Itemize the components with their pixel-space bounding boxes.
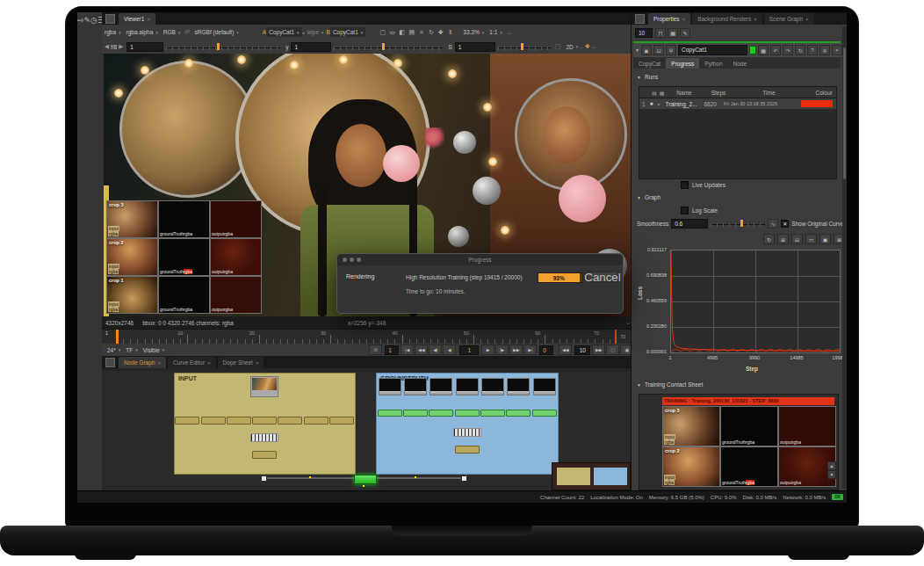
close-icon[interactable]: ×: [754, 17, 757, 22]
zoom-in-icon[interactable]: ⊞: [777, 234, 789, 244]
wipe-mode-icon[interactable]: ◧: [397, 28, 407, 37]
grade-node-groundtruth-1[interactable]: [378, 410, 402, 417]
refresh-graph-icon[interactable]: ↻: [763, 234, 775, 244]
gain-slider[interactable]: [166, 42, 280, 52]
runs-col-time[interactable]: Time: [762, 90, 775, 96]
cancel-button[interactable]: Cancel: [587, 272, 618, 282]
panel-scrollbar[interactable]: [842, 26, 847, 489]
sort-runs-icon[interactable]: ▤: [652, 90, 657, 96]
crop-node-input-4[interactable]: [252, 417, 277, 424]
tab-background-renders[interactable]: Background Renders ×: [692, 13, 762, 25]
node-color-swatch[interactable]: [749, 46, 756, 54]
time-node-icon[interactable]: ◷: [90, 16, 97, 25]
node-graph-canvas[interactable]: INPUT GROUNDTRUTH: [102, 371, 631, 490]
frame-inc-button[interactable]: ▶▶: [592, 345, 605, 355]
read-node[interactable]: [250, 376, 278, 397]
gamma-slider[interactable]: [334, 42, 443, 52]
center-node-icon[interactable]: ◉: [641, 45, 652, 55]
tab-viewer1[interactable]: Viewer1 ×: [119, 13, 155, 25]
dot-node-left[interactable]: [261, 475, 267, 482]
grade-node-groundtruth-5[interactable]: [480, 410, 505, 417]
close-icon[interactable]: ×: [147, 17, 150, 22]
crop-node-input-3[interactable]: [227, 417, 251, 424]
in-point-field[interactable]: 1: [385, 345, 399, 355]
range-end-marker[interactable]: [615, 330, 617, 345]
grade-node-groundtruth-7[interactable]: [532, 410, 557, 417]
refresh-icon[interactable]: ↻: [426, 28, 436, 37]
wipe-select[interactable]: wipe: [305, 27, 327, 37]
minus-icon[interactable]: -: [581, 44, 582, 50]
stack-mode-icon[interactable]: ≡: [416, 28, 426, 37]
redo-icon[interactable]: ↷: [783, 45, 793, 55]
prev-keyframe-button[interactable]: ◀◀: [415, 345, 428, 355]
pane-menu-icon[interactable]: [635, 14, 645, 24]
crop-node-input-2[interactable]: [201, 417, 226, 424]
pause-icon[interactable]: ‖: [445, 28, 455, 37]
tab-copycat[interactable]: CopyCat: [633, 58, 666, 69]
crop-node-input-6[interactable]: [304, 417, 328, 424]
read-node-groundtruth-6[interactable]: [507, 378, 530, 395]
frame-y-icon[interactable]: ▣: [819, 234, 831, 244]
playhead[interactable]: [116, 330, 119, 345]
delete-run-icon[interactable]: ✖: [650, 101, 653, 106]
tf-select[interactable]: TF: [123, 345, 140, 355]
read-node-groundtruth-7[interactable]: [533, 378, 556, 395]
display-style2-icon[interactable]: ▭: [387, 28, 397, 37]
close-panel-icon[interactable]: ×: [832, 45, 842, 55]
expand-panel-icon[interactable]: ▦: [668, 28, 678, 38]
runs-col-steps[interactable]: Steps: [711, 90, 726, 96]
draw-node-icon[interactable]: ✎: [84, 16, 91, 25]
playback-mode-button[interactable]: ⟳: [369, 345, 382, 355]
scrollbar-handle[interactable]: [843, 47, 846, 179]
close-icon[interactable]: ×: [805, 17, 809, 22]
live-updates-checkbox[interactable]: [681, 181, 689, 189]
tab-scene-graph[interactable]: Scene Graph ×: [764, 13, 814, 25]
show-original-checkbox[interactable]: ✕: [781, 220, 789, 228]
run-colour-swatch[interactable]: [801, 100, 833, 107]
zoom-out-icon[interactable]: ⊟: [791, 234, 803, 244]
layer-select[interactable]: rgba: [102, 27, 124, 37]
dialog-titlebar[interactable]: Progress: [337, 254, 623, 265]
disable-icon[interactable]: ⊘: [819, 45, 830, 55]
grade-node-groundtruth-6[interactable]: [506, 410, 531, 417]
tab-node[interactable]: Node: [728, 58, 753, 69]
lock-panels-icon[interactable]: ⊓: [655, 28, 666, 38]
proxy-toggle-icon[interactable]: ▢: [606, 345, 619, 355]
close-icon[interactable]: ×: [682, 17, 686, 22]
next-keyframe-button[interactable]: ▶▶: [509, 345, 523, 355]
crop-node-input-7[interactable]: [329, 417, 354, 424]
curve-toggle-button[interactable]: ∿: [768, 219, 778, 229]
undo-icon[interactable]: ↶: [770, 45, 781, 55]
gain-field[interactable]: 1: [126, 42, 163, 52]
frame-x-icon[interactable]: ▭: [805, 234, 817, 244]
close-icon[interactable]: ×: [256, 360, 259, 366]
color-sample-icon[interactable]: ❖: [584, 43, 589, 50]
float-panel-icon[interactable]: ⊡: [653, 45, 664, 55]
runs-col-name[interactable]: Name: [676, 90, 691, 96]
run-row[interactable]: 1 ✖ ● Training_2... 6820 Fri Jan 30 13:1…: [639, 98, 836, 109]
window-control-dots[interactable]: [343, 258, 361, 262]
help-icon[interactable]: ?: [807, 45, 818, 55]
close-icon[interactable]: ×: [157, 360, 161, 366]
contact-sheet-header[interactable]: Training Contact Sheet: [637, 381, 703, 388]
read-node-groundtruth-4[interactable]: [456, 378, 479, 395]
input-a-select[interactable]: CopyCat1: [266, 27, 301, 37]
scroll-up-button[interactable]: ▲: [827, 461, 836, 470]
next-view-icon[interactable]: ▶: [119, 43, 123, 50]
appendclip-node-input[interactable]: [250, 433, 278, 442]
loss-chart[interactable]: Loss 0.9211170.6908380.4605590.2302800.0…: [633, 246, 846, 378]
channel-select[interactable]: RGB: [161, 27, 184, 37]
max-panels-field[interactable]: 10: [635, 28, 653, 38]
collapse2-icon[interactable]: ⌄: [591, 43, 596, 50]
tab-python[interactable]: Python: [699, 58, 727, 69]
scroll-down-button[interactable]: ▼: [827, 470, 836, 479]
fps-select[interactable]: 24*: [105, 345, 123, 355]
grade-node-groundtruth-2[interactable]: [403, 410, 428, 417]
smoothness-field[interactable]: 0.6: [671, 219, 708, 229]
dot-node-right[interactable]: [461, 475, 467, 482]
edit-panel-icon[interactable]: ✎: [680, 28, 690, 38]
input-b-select[interactable]: CopyCat1: [330, 27, 365, 37]
collapse-icon[interactable]: ⌄: [507, 29, 511, 36]
frame-dec-button[interactable]: ◀◀: [559, 345, 572, 355]
log-scale-checkbox[interactable]: [681, 207, 689, 214]
